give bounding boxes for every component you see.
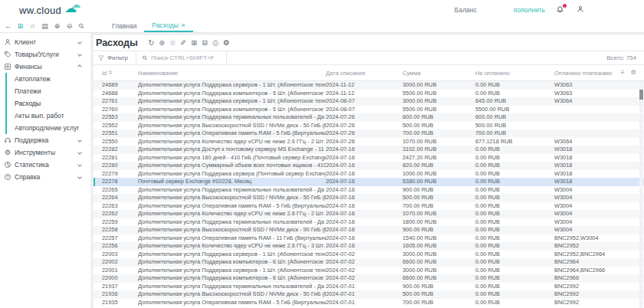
table-row[interactable]: 22258 Дополнительная услуга Высокоскорос… <box>94 226 644 234</box>
topup-link[interactable]: пополнить <box>514 6 545 14</box>
tab-close-icon[interactable]: × <box>182 21 186 29</box>
sidebar-item-payments[interactable]: Платежи <box>7 85 90 97</box>
menu-icon[interactable]: ≡ <box>619 70 626 76</box>
table-row[interactable]: 22550 Дополнительная услуга Количество я… <box>94 138 644 146</box>
table-row[interactable]: 22001 Дополнительная услуга Поддержка се… <box>94 267 644 275</box>
table-row[interactable]: 22553 Дополнительная услуга Поддержка те… <box>94 113 644 122</box>
globe-icon[interactable]: ⊛ <box>158 39 166 47</box>
table-row[interactable]: 22761 Дополнительная услуга Поддержка се… <box>94 97 644 106</box>
column-header-id[interactable]: Id⇅ <box>102 70 138 77</box>
cell-date: 2024-11-12 <box>326 90 402 98</box>
table-row[interactable]: 22000 Дополнительная услуга Поддержка ко… <box>94 274 644 283</box>
sidebar-item-client[interactable]: Клиент <box>0 36 90 48</box>
import-table-icon[interactable]: ⊟ <box>201 39 209 47</box>
table-row[interactable]: 22760 Дополнительная услуга Поддержка ко… <box>94 106 644 114</box>
cell-unpaid: 0.00 RUB <box>475 283 554 291</box>
sidebar-item-help[interactable]: ? Справка <box>0 171 90 183</box>
quick-toolbar: ←⊞☆▤⊕⊖⚲ <box>0 23 86 30</box>
table-row[interactable]: 24689 Дополнительная услуга Поддержка се… <box>94 81 644 90</box>
add-circle-icon[interactable]: ⊕ <box>53 23 61 30</box>
vertical-scrollbar[interactable] <box>639 81 643 308</box>
column-header-name[interactable]: Наименование <box>138 70 326 77</box>
sidebar-item-acts[interactable]: Акты вып. работ <box>7 110 90 122</box>
table-row[interactable]: 22551 Дополнительная услуга Оперативная … <box>94 129 644 138</box>
remove-circle-icon[interactable]: ⊖ <box>65 23 74 30</box>
column-header-sum[interactable]: Сумма <box>402 70 475 77</box>
svg-text:?: ? <box>7 175 9 179</box>
sidebar-item-autopay[interactable]: Автоплатеж <box>7 73 90 85</box>
scrollbar-thumb[interactable] <box>639 90 643 100</box>
table-row[interactable]: 22278 Почтовый сервер Exchange #10228, М… <box>94 178 644 186</box>
table-row[interactable]: 22263 Дополнительная услуга Оперативная … <box>94 202 644 211</box>
search-icon[interactable]: ⚲ <box>76 21 87 31</box>
table-row[interactable]: 22262 Дополнительная услуга Количество я… <box>94 210 644 218</box>
table-row[interactable]: 24688 Дополнительная услуга Поддержка ко… <box>94 90 644 98</box>
cell-sum: 1800.00 RUB <box>402 218 475 227</box>
sidebar-item-expenses[interactable]: Расходы <box>7 97 90 110</box>
cell-date: 2024-07-16 <box>326 210 402 218</box>
back-icon[interactable]: ← <box>4 23 12 30</box>
search-input[interactable] <box>151 54 220 61</box>
table-row[interactable]: 22003 Дополнительная услуга Поддержка се… <box>94 251 644 259</box>
table-row[interactable]: 22282 Дополнительная услуга Доступ к поч… <box>94 146 644 154</box>
table-row[interactable]: 22002 Дополнительная услуга Поддержка ко… <box>94 258 644 267</box>
pin-icon[interactable]: ✐ <box>179 39 188 47</box>
table-row[interactable]: 22265 Дополнительная услуга Поддержка те… <box>94 186 644 195</box>
table-row[interactable]: 22552 Дополнительная услуга Высокоскорос… <box>94 122 644 130</box>
cell-id: 22282 <box>102 146 138 154</box>
export-table-icon[interactable]: ⊞ <box>190 39 199 47</box>
cell-unpaid: 600.00 RUB <box>475 113 554 122</box>
sidebar-item-finance[interactable]: Финансы <box>0 61 90 73</box>
settings-icon[interactable]: ⚙ <box>222 39 231 47</box>
cell-sum: 900.00 RUB <box>402 186 475 195</box>
sidebar-item-statistics[interactable]: Статистика <box>0 159 90 171</box>
sidebar-item-support[interactable]: Поддержка <box>0 134 90 146</box>
table-row[interactable]: 21937 Дополнительная услуга Поддержка те… <box>94 283 644 291</box>
cell-sum: 5500.00 RUB <box>402 90 475 98</box>
cell-paid: BNC2992 <box>554 299 619 307</box>
filter-button[interactable]: Фильтр <box>94 51 136 64</box>
cell-paid: W3064 <box>554 97 619 106</box>
new-tab-icon[interactable]: ⊞ <box>16 23 25 30</box>
sidebar-item-tools[interactable]: ⚙ Инструменты <box>0 146 90 159</box>
cell-unpaid: 700.00 RUB <box>475 129 554 138</box>
column-header-paid[interactable]: Оплачено платежами <box>554 70 619 77</box>
table-row[interactable]: 22280 Дополнительная услуга Суммарный об… <box>94 162 644 170</box>
cell-date: 2024-07-02 <box>326 267 402 275</box>
cell-id: 21936 <box>102 290 138 299</box>
print-icon[interactable]: ⎙ <box>212 39 220 47</box>
settings-icon[interactable]: ⚙ <box>630 70 636 76</box>
table-row[interactable]: 22281 Дополнительная услуга 180 дней - 4… <box>94 154 644 162</box>
tab-expenses[interactable]: Расходы × <box>144 20 192 32</box>
cell-date: 2024-08-07 <box>326 97 402 106</box>
cell-unpaid: 0.00 RUB <box>475 210 554 218</box>
tab-home[interactable]: Главная <box>104 20 144 32</box>
cell-id: 22281 <box>102 154 138 162</box>
cell-paid: W3004 <box>554 218 619 227</box>
table-row[interactable]: 22257 Дополнительная услуга Оперативная … <box>94 234 644 243</box>
table-row[interactable]: 22264 Дополнительная услуга Высокоскорос… <box>94 194 644 202</box>
cell-date: 2024-07-16 <box>326 194 402 202</box>
table-row[interactable]: 22259 Дополнительная услуга Поддержка те… <box>94 218 644 227</box>
sidebar-item-autorenewal[interactable]: Автопродление услуг <box>7 122 90 134</box>
column-header-date[interactable]: Дата списания <box>326 70 402 77</box>
table-row[interactable]: 21936 Дополнительная услуга Высокоскорос… <box>94 290 644 299</box>
cell-id: 24689 <box>102 81 138 90</box>
app-header: ww.cloud ☁☁ Баланс пополнить <box>0 0 644 20</box>
sidebar-item-products[interactable]: Товары/Услуги <box>0 48 90 61</box>
cell-paid: W3018 <box>554 146 619 154</box>
archive-icon[interactable]: ▤ <box>41 23 49 30</box>
column-header-unpaid[interactable]: Не оплачено <box>475 70 554 77</box>
cell-date: 2024-07-16 <box>326 146 402 154</box>
star-icon[interactable]: ☆ <box>28 23 37 30</box>
cell-id: 22552 <box>102 122 138 130</box>
table-row[interactable]: 21935 Дополнительная услуга Оперативная … <box>94 299 644 307</box>
cell-name: Дополнительная услуга 180 дней - 410 ГиБ… <box>138 154 326 162</box>
refresh-icon[interactable]: ↻ <box>147 39 156 47</box>
cell-name: Дополнительная услуга Высокоскоростной S… <box>138 290 326 299</box>
star-icon[interactable]: ☆ <box>169 39 177 47</box>
table-row[interactable]: 22279 Дополнительная услуга Поддержка се… <box>94 170 644 179</box>
notifications-button[interactable] <box>556 5 564 15</box>
table-row[interactable]: 22256 Дополнительная услуга Количество я… <box>94 242 644 251</box>
user-menu-button[interactable] <box>577 5 584 15</box>
